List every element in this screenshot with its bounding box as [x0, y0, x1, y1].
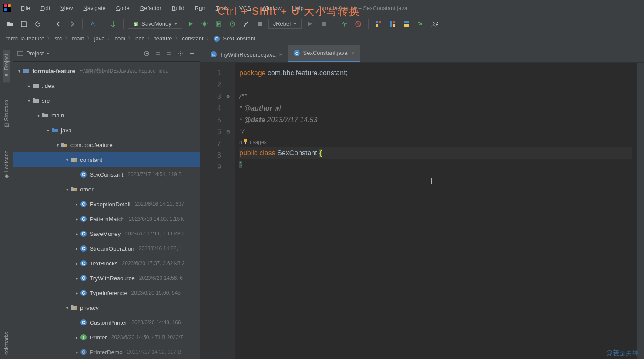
grid1-icon[interactable]: [373, 18, 384, 30]
stop-icon[interactable]: [255, 18, 266, 30]
close-tab-icon[interactable]: ×: [279, 51, 282, 58]
svg-text:C: C: [82, 276, 85, 281]
code-editor[interactable]: 123 456 78 9 ⊖ ⊟ package com.bbc.feature…: [200, 63, 644, 359]
lightbulb-icon[interactable]: [242, 138, 248, 144]
menu-navigate[interactable]: Navigate: [79, 3, 110, 13]
crumb-src[interactable]: src: [53, 35, 64, 42]
menu-tools[interactable]: Tools: [211, 3, 233, 13]
grid2-icon[interactable]: [387, 18, 398, 30]
menu-build[interactable]: Build: [168, 3, 189, 13]
side-tab-structure[interactable]: ▤Structure: [3, 95, 10, 133]
menu-bar: File Edit View Navigate Code Refactor Bu…: [0, 0, 644, 16]
crumb-constant[interactable]: constant: [181, 35, 205, 42]
window-title: formula-feature – SexConstant.java: [319, 5, 408, 11]
fold-gutter[interactable]: ⊖ ⊟: [226, 63, 235, 359]
profile-icon[interactable]: [227, 18, 238, 30]
svg-text:C: C: [82, 172, 85, 177]
jrebel-run-icon[interactable]: [304, 18, 315, 30]
svg-point-8: [244, 25, 245, 27]
forward-icon[interactable]: [67, 18, 78, 30]
attach-icon[interactable]: [241, 18, 252, 30]
tree-root[interactable]: ▾ formula-feature F:\编程数据\IDE\Java\works…: [13, 64, 200, 78]
tree-idea[interactable]: ▸ .idea: [13, 78, 200, 93]
debug-icon[interactable]: [199, 18, 210, 30]
svg-rect-15: [390, 21, 392, 27]
tree-item[interactable]: ▸CTryWithResource2023/6/20 14:56, 6: [13, 271, 200, 285]
menu-edit[interactable]: Edit: [36, 3, 54, 13]
tree-item[interactable]: ▸CTypeInference2023/6/20 15:00, 545: [13, 285, 200, 300]
tree-other[interactable]: ▾ other: [13, 182, 200, 197]
vcs-update-icon[interactable]: [87, 18, 98, 30]
menu-run[interactable]: Run: [191, 3, 210, 13]
menu-code[interactable]: Code: [112, 3, 134, 13]
pulse-icon[interactable]: [339, 18, 350, 30]
jrebel-stop-icon[interactable]: [318, 18, 329, 30]
crumb-feature[interactable]: feature: [153, 35, 174, 42]
tree-item[interactable]: ▸CPatternMatch2023/6/16 14:00, 1.15 k: [13, 211, 200, 226]
run-config-selector[interactable]: $ SaveMoney: [128, 19, 182, 29]
hide-panel-icon[interactable]: [188, 50, 195, 57]
svg-text:C: C: [212, 53, 215, 57]
tree-item[interactable]: ▸CSaveMoney2023/7/7 17:11, 1.11 kB 2: [13, 226, 200, 241]
refresh-icon[interactable]: [32, 18, 44, 30]
collapse-all-icon[interactable]: [166, 50, 173, 57]
tab-trywithresource[interactable]: C TryWithResource.java ×: [205, 47, 288, 62]
project-tree[interactable]: ▾ formula-feature F:\编程数据\IDE\Java\works…: [13, 62, 200, 359]
tab-sexconstant[interactable]: C SexConstant.java ×: [288, 45, 360, 62]
tree-main[interactable]: ▾ main: [13, 108, 200, 123]
tree-privacy[interactable]: ▾ privacy: [13, 300, 200, 315]
svg-point-29: [65, 144, 67, 147]
tree-constant[interactable]: ▾ constant: [13, 152, 200, 167]
menu-window[interactable]: Window: [257, 3, 286, 13]
svg-text:$: $: [134, 22, 137, 27]
expand-all-icon[interactable]: [154, 50, 161, 57]
puzzle-icon[interactable]: [415, 18, 426, 30]
tree-src[interactable]: ▾ src: [13, 93, 200, 108]
side-tab-project[interactable]: ■Project: [3, 50, 10, 82]
settings-icon[interactable]: [177, 50, 184, 57]
crumb-java[interactable]: java: [93, 35, 107, 42]
crumb-com[interactable]: com: [113, 35, 127, 42]
jrebel-dropdown[interactable]: JRebel: [268, 19, 302, 29]
side-tab-bookmarks[interactable]: ookmarks: [3, 328, 10, 359]
vcs-commit-icon[interactable]: [107, 18, 119, 30]
svg-text:C: C: [82, 350, 85, 355]
translate-icon[interactable]: 文A: [429, 18, 440, 30]
tree-item[interactable]: ▸CTextBlocks2023/6/20 17:37, 2.62 kB 2: [13, 256, 200, 271]
crumb-class[interactable]: C SexConstant: [212, 35, 257, 42]
tree-sexconstant[interactable]: C SexConstant 2023/7/17 14:54, 119 B: [13, 167, 200, 182]
menu-view[interactable]: View: [56, 3, 77, 13]
svg-text:C: C: [82, 246, 85, 251]
tree-printer[interactable]: ▸IPrinter2023/6/20 14:50, 471 B 2023/7: [13, 330, 200, 345]
editor-right-gutter[interactable]: [636, 63, 644, 359]
side-tab-leetcode[interactable]: ◆Leetcode: [3, 146, 10, 184]
menu-vcs[interactable]: VCS: [235, 3, 255, 13]
tree-customprinter[interactable]: CCustomPrinter2023/6/20 14:48, 166: [13, 315, 200, 330]
coverage-icon[interactable]: [213, 18, 224, 30]
menu-refactor[interactable]: Refactor: [136, 3, 166, 13]
tree-item[interactable]: ▸CStreamOperation2023/6/16 14:22, 1: [13, 241, 200, 256]
menu-help[interactable]: Help: [288, 3, 308, 13]
crumb-project[interactable]: formula-feature: [4, 35, 46, 42]
select-opened-icon[interactable]: [143, 50, 150, 57]
save-all-icon[interactable]: [18, 18, 30, 30]
crumb-main[interactable]: main: [70, 35, 86, 42]
run-icon[interactable]: [185, 18, 196, 30]
tree-printerdemo[interactable]: ▸CPrinterDemo2023/7/17 14:32, 317 B: [13, 345, 200, 359]
crumb-bbc[interactable]: bbc: [134, 35, 146, 42]
grid3-icon[interactable]: [401, 18, 412, 30]
project-view-selector[interactable]: Project: [17, 50, 50, 57]
tree-package[interactable]: ▾ com.bbc.feature: [13, 138, 200, 152]
svg-point-25: [146, 53, 148, 54]
back-icon[interactable]: [53, 18, 64, 30]
menu-file[interactable]: File: [17, 3, 34, 13]
close-tab-icon[interactable]: ×: [351, 50, 354, 57]
tree-java[interactable]: ▾ java: [13, 123, 200, 138]
svg-rect-23: [18, 51, 23, 56]
code-content[interactable]: package com.bbc.feature.constant; /** * …: [235, 63, 636, 359]
svg-rect-3: [8, 4, 11, 7]
tree-item[interactable]: ▸CExceptionDetail2023/6/16 14:21, 637: [13, 197, 200, 211]
svg-text:C: C: [295, 51, 299, 56]
open-file-icon[interactable]: [4, 18, 16, 30]
block-icon[interactable]: [352, 18, 364, 30]
